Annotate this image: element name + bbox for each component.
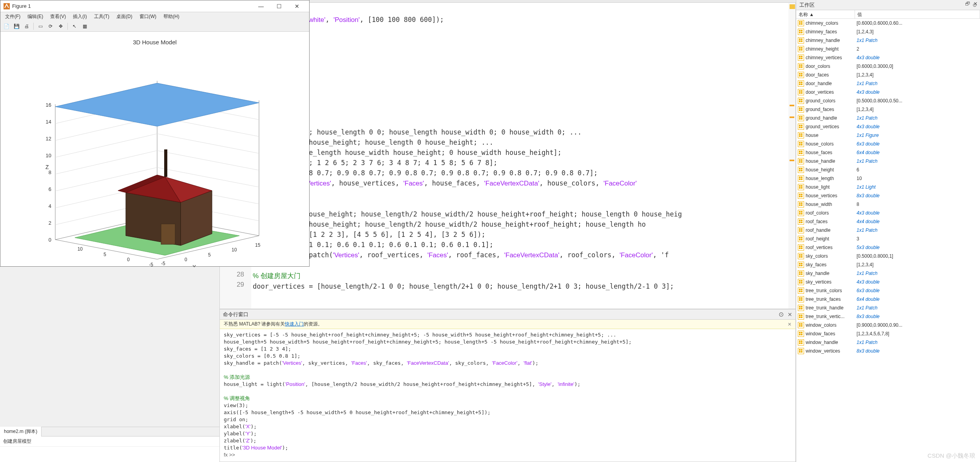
variable-icon bbox=[798, 141, 804, 147]
code-body[interactable]: 屋模型 figure('Color', 'white', 'Position',… bbox=[251, 3, 795, 309]
pointer-icon[interactable]: ▭ bbox=[36, 22, 45, 31]
workspace-var[interactable]: tree_trunk_handle1x1 Patch bbox=[796, 304, 980, 312]
workspace-var[interactable]: door_vertices4x3 double bbox=[796, 88, 980, 96]
col-name[interactable]: 名称 ▲ bbox=[796, 10, 855, 18]
workspace-var[interactable]: roof_handle1x1 Patch bbox=[796, 226, 980, 235]
workspace-var[interactable]: tree_trunk_colors6x3 double bbox=[796, 286, 980, 295]
workspace-var[interactable]: chimney_height2 bbox=[796, 45, 980, 53]
rotate-icon[interactable]: ⟳ bbox=[46, 22, 55, 31]
workspace-var[interactable]: door_handle1x1 Patch bbox=[796, 79, 980, 88]
databrush-icon[interactable]: ▦ bbox=[80, 22, 89, 31]
warn-summary-icon[interactable] bbox=[790, 4, 795, 9]
workspace-var[interactable]: sky_colors[0.5000,0.8000,1] bbox=[796, 252, 980, 260]
workspace-var[interactable]: house_width8 bbox=[796, 200, 980, 209]
cursor-icon[interactable]: ↖ bbox=[70, 22, 79, 31]
variable-icon bbox=[798, 262, 804, 268]
menu-edit[interactable]: 编辑(E) bbox=[24, 13, 46, 21]
close-button[interactable]: ✕ bbox=[288, 2, 306, 11]
workspace-var[interactable]: house1x1 Figure bbox=[796, 131, 980, 140]
workspace-var[interactable]: house_colors6x3 double bbox=[796, 140, 980, 148]
workspace-header[interactable]: 名称 ▲ 值 bbox=[796, 10, 980, 19]
menu-window[interactable]: 窗口(W) bbox=[136, 13, 159, 21]
workspace-var[interactable]: house_handle1x1 Patch bbox=[796, 157, 980, 166]
variable-icon bbox=[798, 89, 804, 95]
workspace-var[interactable]: chimney_vertices4x3 double bbox=[796, 53, 980, 62]
figure-window[interactable]: Figure 1 — ☐ ✕ 文件(F) 编辑(E) 查看(V) 插入(I) 工… bbox=[0, 0, 310, 267]
workspace-var[interactable]: house_light1x1 Light bbox=[796, 183, 980, 191]
workspace-var[interactable]: door_colors[0.6000,0.3000,0] bbox=[796, 62, 980, 71]
script-tab[interactable]: home2.m (脚本) bbox=[0, 427, 42, 437]
svg-text:10: 10 bbox=[46, 153, 51, 158]
workspace-var[interactable]: tree_trunk_vertic...8x3 double bbox=[796, 312, 980, 321]
marker-strip bbox=[788, 3, 795, 309]
close-icon[interactable]: ✕ bbox=[973, 1, 978, 7]
workspace-var[interactable]: window_vertices8x3 double bbox=[796, 347, 980, 355]
plot-svg: 024 6810 121416 bbox=[8, 47, 298, 267]
quickstart-link[interactable]: 快速入门 bbox=[285, 321, 304, 327]
svg-text:5: 5 bbox=[103, 252, 106, 257]
menu-help[interactable]: 帮助(H) bbox=[160, 13, 183, 21]
restore-icon[interactable]: 🗗 bbox=[965, 1, 970, 7]
svg-rect-36 bbox=[164, 149, 167, 177]
minimize-button[interactable]: — bbox=[252, 2, 270, 11]
workspace-var[interactable]: window_handle1x1 Patch bbox=[796, 338, 980, 347]
script-section[interactable]: 创建房屋模型 bbox=[0, 437, 219, 447]
workspace-var[interactable]: chimney_faces[1,2,4,3] bbox=[796, 27, 980, 36]
variable-icon bbox=[798, 236, 804, 242]
workspace-var[interactable]: ground_faces[1,2,3,4] bbox=[796, 105, 980, 114]
workspace-var[interactable]: roof_faces4x4 double bbox=[796, 217, 980, 226]
workspace-var[interactable]: tree_trunk_faces6x4 double bbox=[796, 295, 980, 304]
col-value[interactable]: 值 bbox=[855, 10, 980, 18]
menu-insert[interactable]: 插入(I) bbox=[70, 13, 90, 21]
variable-icon bbox=[798, 124, 804, 130]
variable-icon bbox=[798, 305, 804, 311]
workspace-var[interactable]: roof_colors4x3 double bbox=[796, 209, 980, 217]
workspace-var[interactable]: sky_handle1x1 Patch bbox=[796, 269, 980, 278]
variable-icon bbox=[798, 72, 804, 78]
pan-icon[interactable]: ✥ bbox=[56, 22, 65, 31]
variable-icon bbox=[798, 201, 804, 207]
workspace-var[interactable]: house_height6 bbox=[796, 166, 980, 174]
marker-warn[interactable] bbox=[790, 160, 794, 161]
workspace-var[interactable]: ground_vertices4x3 double bbox=[796, 122, 980, 131]
workspace-var[interactable]: window_faces[1,2,3,4,5,6,7,8] bbox=[796, 329, 980, 338]
plot-title: 3D House Model bbox=[0, 32, 309, 45]
workspace-var[interactable]: window_colors[0.9000,0.9000,0.90... bbox=[796, 321, 980, 329]
close-infobar-icon[interactable]: ✕ bbox=[788, 322, 792, 327]
svg-text:-5: -5 bbox=[149, 262, 153, 267]
variable-icon bbox=[798, 193, 804, 199]
menu-desktop[interactable]: 桌面(D) bbox=[113, 13, 136, 21]
workspace-list[interactable]: chimney_colors[0.6000,0.6000,0.60...chim… bbox=[796, 19, 980, 462]
svg-text:16: 16 bbox=[46, 102, 51, 108]
workspace-var[interactable]: ground_colors[0.5000,0.8000,0.50... bbox=[796, 96, 980, 105]
svg-line-21 bbox=[55, 134, 157, 157]
workspace-var[interactable]: chimney_handle1x1 Patch bbox=[796, 36, 980, 45]
new-icon[interactable]: 📄 bbox=[2, 22, 11, 31]
print-icon[interactable]: 🖨 bbox=[22, 22, 31, 31]
save-icon[interactable]: 💾 bbox=[12, 22, 21, 31]
workspace-var[interactable]: sky_faces[1,2,3,4] bbox=[796, 260, 980, 269]
workspace-var[interactable]: roof_height3 bbox=[796, 235, 980, 243]
svg-text:0: 0 bbox=[185, 257, 187, 262]
svg-text:15: 15 bbox=[255, 242, 261, 248]
figure-titlebar[interactable]: Figure 1 — ☐ ✕ bbox=[0, 0, 309, 12]
menu-file[interactable]: 文件(F) bbox=[2, 13, 24, 21]
maximize-button[interactable]: ☐ bbox=[270, 2, 288, 11]
workspace-var[interactable]: ground_handle1x1 Patch bbox=[796, 114, 980, 122]
figure-axes[interactable]: 3D House Model 024 6810 121416 bbox=[0, 32, 309, 266]
close-icon[interactable]: ✕ bbox=[788, 311, 792, 318]
menu-tools[interactable]: 工具(T) bbox=[91, 13, 112, 21]
workspace-var[interactable]: roof_vertices5x3 double bbox=[796, 243, 980, 252]
workspace-var[interactable]: house_length10 bbox=[796, 174, 980, 183]
menu-view[interactable]: 查看(V) bbox=[47, 13, 69, 21]
dropdown-icon[interactable]: ⊙ bbox=[779, 311, 784, 318]
workspace-var[interactable]: chimney_colors[0.6000,0.6000,0.60... bbox=[796, 19, 980, 27]
workspace-var[interactable]: house_faces6x4 double bbox=[796, 148, 980, 157]
svg-text:-5: -5 bbox=[161, 261, 165, 266]
marker-warn[interactable] bbox=[790, 116, 794, 118]
workspace-var[interactable]: sky_vertices4x3 double bbox=[796, 278, 980, 286]
marker-warn[interactable] bbox=[790, 105, 794, 106]
command-window-body[interactable]: sky_vertices = [-5 -5 house_height+roof_… bbox=[220, 329, 795, 462]
workspace-var[interactable]: house_vertices8x3 double bbox=[796, 191, 980, 200]
workspace-var[interactable]: door_faces[1,2,3,4] bbox=[796, 71, 980, 79]
